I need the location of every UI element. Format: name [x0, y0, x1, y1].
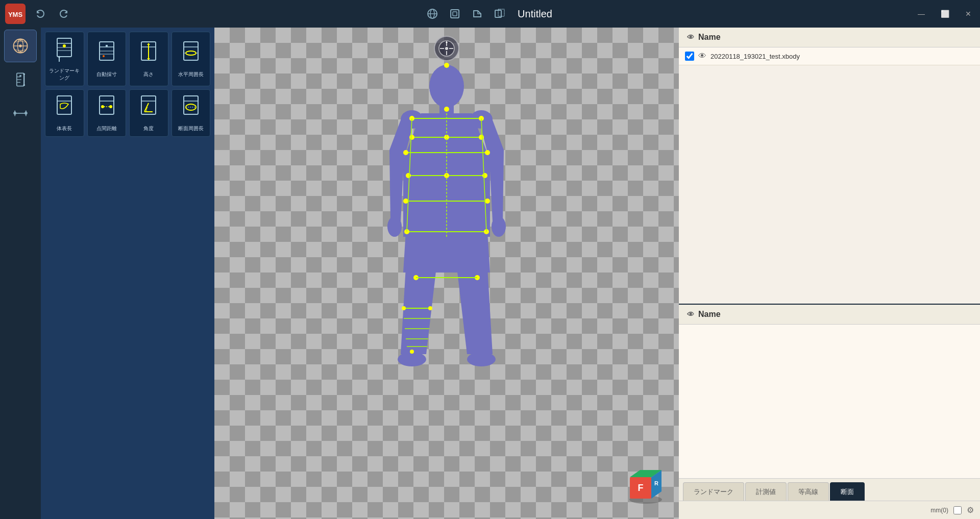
- tool-body-surface[interactable]: 体表長: [45, 89, 84, 137]
- main-layout: ランドマーキング 自動採寸: [0, 28, 980, 519]
- document-title: Untitled: [513, 8, 556, 20]
- svg-rect-46: [57, 96, 71, 114]
- app-logo: YMS: [5, 4, 26, 24]
- tab-section[interactable]: 断面: [830, 482, 865, 501]
- lower-right-title: Name: [698, 310, 721, 319]
- sidebar-item-distance[interactable]: [4, 97, 37, 130]
- upper-right-title: Name: [698, 33, 721, 42]
- tool-panel: ランドマーキング 自動採寸: [41, 28, 214, 519]
- viewport[interactable]: F R: [214, 28, 679, 519]
- toolbar-btn-1[interactable]: [424, 5, 441, 22]
- tool-landmark[interactable]: ランドマーキング: [45, 32, 84, 86]
- tool-angle[interactable]: 角度: [129, 89, 168, 137]
- upper-right-panel: 👁 Name 👁 20220118_193021_test.xbody: [679, 28, 980, 305]
- svg-rect-5: [451, 10, 459, 18]
- file-name: 20220118_193021_test.xbody: [710, 53, 800, 60]
- lower-right-content: [679, 325, 980, 478]
- tool-auto-measure[interactable]: 自動採寸: [87, 32, 127, 86]
- tool-height[interactable]: 高さ: [129, 32, 168, 86]
- svg-point-103: [428, 306, 432, 310]
- status-checkbox[interactable]: [953, 506, 962, 514]
- tab-contour[interactable]: 等高線: [788, 482, 829, 501]
- sidebar-item-measure[interactable]: [4, 63, 37, 96]
- svg-point-66: [445, 47, 448, 50]
- window-controls: — ⬜ ✕: [910, 0, 980, 28]
- undo-button[interactable]: [32, 5, 49, 22]
- svg-rect-37: [106, 45, 108, 47]
- svg-point-91: [485, 199, 490, 204]
- upper-right-header: 👁 Name: [679, 28, 980, 47]
- tool-grid-row1: ランドマーキング 自動採寸: [45, 32, 210, 86]
- toolbar-btn-3[interactable]: [469, 5, 486, 22]
- svg-point-36: [103, 55, 105, 57]
- svg-point-87: [482, 173, 487, 178]
- toolbar-btn-2[interactable]: [446, 5, 463, 22]
- svg-point-108: [410, 350, 414, 354]
- svg-point-72: [492, 216, 506, 237]
- tool-landmark-label: ランドマーキング: [47, 67, 82, 82]
- svg-point-51: [109, 105, 112, 108]
- tool-auto-measure-label: 自動採寸: [96, 71, 117, 78]
- svg-point-71: [387, 216, 402, 237]
- file-list-item[interactable]: 👁 20220118_193021_test.xbody: [679, 47, 980, 65]
- file-visibility-icon[interactable]: 👁: [698, 52, 706, 61]
- left-sidebar: [0, 28, 41, 519]
- svg-point-83: [403, 150, 408, 155]
- tool-height-label: 高さ: [143, 71, 154, 78]
- svg-point-109: [444, 107, 449, 112]
- svg-point-84: [485, 150, 490, 155]
- file-checkbox[interactable]: [685, 52, 694, 61]
- center-toolbar: Untitled: [424, 5, 556, 22]
- svg-point-80: [479, 135, 484, 140]
- svg-rect-17: [19, 75, 21, 77]
- tool-cross-section-label: 断面周囲長: [178, 125, 204, 132]
- svg-point-74: [467, 352, 496, 366]
- lower-right-panel: 👁 Name ランドマーク 計測値 等高線 断面 mm(0) ⚙: [679, 305, 980, 519]
- settings-icon[interactable]: ⚙: [967, 505, 974, 515]
- svg-rect-48: [100, 96, 114, 114]
- compass-widget[interactable]: [434, 36, 459, 61]
- svg-point-73: [398, 352, 426, 366]
- svg-rect-6: [453, 12, 457, 16]
- tool-h-circumference-label: 水平周囲長: [178, 71, 204, 78]
- tool-point-distance-label: 点間距離: [96, 125, 117, 132]
- maximize-button[interactable]: ⬜: [933, 0, 957, 28]
- human-figure: [375, 58, 518, 375]
- svg-point-86: [406, 173, 411, 178]
- svg-rect-57: [184, 96, 198, 114]
- svg-text:YMS: YMS: [8, 11, 22, 18]
- bottom-tabs: ランドマーク 計測値 等高線 断面: [679, 478, 980, 501]
- svg-point-79: [409, 135, 414, 140]
- tool-body-surface-label: 体表長: [57, 125, 72, 132]
- svg-text:F: F: [638, 483, 644, 493]
- svg-text:R: R: [654, 480, 658, 486]
- minimize-button[interactable]: —: [910, 0, 933, 28]
- lower-right-header: 👁 Name: [679, 305, 980, 325]
- eye-icon-header: 👁: [687, 33, 694, 41]
- navigation-cube[interactable]: F R: [628, 463, 664, 499]
- status-bar: mm(0) ⚙: [679, 501, 980, 519]
- svg-point-12: [19, 44, 21, 47]
- right-panel: 👁 Name 👁 20220118_193021_test.xbody 👁 Na…: [679, 28, 980, 519]
- svg-point-110: [444, 63, 449, 68]
- eye-icon-lower-header: 👁: [687, 310, 694, 318]
- tab-landmark[interactable]: ランドマーク: [683, 482, 744, 501]
- svg-point-67: [429, 65, 464, 108]
- sidebar-item-3dview[interactable]: [4, 30, 37, 62]
- unit-label: mm(0): [930, 507, 948, 514]
- svg-point-50: [101, 105, 104, 108]
- tool-cross-section[interactable]: 断面周囲長: [172, 89, 211, 137]
- svg-point-102: [402, 306, 406, 310]
- titlebar: YMS: [0, 0, 980, 28]
- svg-point-43: [186, 51, 196, 55]
- redo-button[interactable]: [55, 5, 72, 22]
- toolbar-btn-4[interactable]: [491, 5, 508, 22]
- tool-angle-label: 角度: [143, 125, 154, 132]
- close-button[interactable]: ✕: [957, 0, 980, 28]
- tool-grid-row2: 体表長 点間距離: [45, 89, 210, 137]
- tab-measure[interactable]: 計測値: [745, 482, 787, 501]
- tool-point-distance[interactable]: 点間距離: [87, 89, 127, 137]
- svg-point-90: [403, 199, 408, 204]
- tool-horizontal-circumference[interactable]: 水平周囲長: [172, 32, 211, 86]
- svg-point-30: [63, 44, 66, 47]
